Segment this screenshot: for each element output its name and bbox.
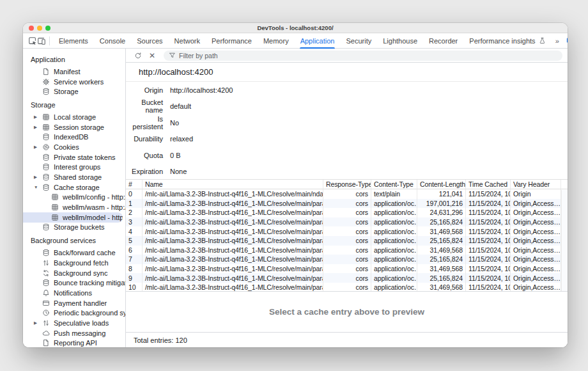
database-icon [42, 223, 50, 232]
tab-security[interactable]: Security [340, 33, 377, 49]
table-row[interactable]: 10/mlc-ai/Llama-3.2-3B-Instruct-q4f16_1-… [126, 283, 568, 291]
cell-content-type: text/plain [371, 189, 417, 199]
sidebar-item-push-messaging[interactable]: Push messaging [23, 328, 125, 338]
sidebar-item-shared-storage[interactable]: ▶Shared storage [23, 172, 125, 182]
cell-: 2 [126, 208, 143, 217]
tab-label: Console [100, 37, 125, 45]
tab-memory[interactable]: Memory [258, 33, 295, 49]
expander-collapsed-icon[interactable]: ▶ [34, 145, 42, 150]
statusbar: Total entries: 120 [126, 332, 568, 347]
clock-icon [42, 309, 50, 317]
sidebar-item-label: Storage [54, 88, 79, 95]
cell-: 9 [126, 273, 143, 283]
tab-label: Application [300, 37, 335, 45]
cell-content-length: 25,165,824 [417, 236, 466, 246]
table-row[interactable]: 6/mlc-ai/Llama-3.2-3B-Instruct-q4f16_1-M… [126, 246, 568, 255]
close-window-button[interactable] [29, 26, 34, 31]
table-row[interactable]: 5/mlc-ai/Llama-3.2-3B-Instruct-q4f16_1-M… [126, 236, 568, 246]
minimize-window-button[interactable] [37, 26, 42, 31]
sidebar-item-background-sync[interactable]: Background sync [23, 268, 125, 278]
tab-elements[interactable]: Elements [53, 33, 94, 49]
tab-lighthouse[interactable]: Lighthouse [377, 33, 423, 49]
sidebar-item-cookies[interactable]: ▶Cookies [23, 142, 125, 152]
sidebar-item-periodic-background-sync[interactable]: Periodic background sync [23, 308, 125, 318]
sidebar-item-label: Periodic background sync [54, 309, 125, 317]
table-row[interactable]: 1/mlc-ai/Llama-3.2-3B-Instruct-q4f16_1-M… [126, 199, 568, 209]
column-header-time-cached[interactable]: Time Cached [466, 180, 511, 189]
sidebar-item-webllm-model-http-loc[interactable]: webllm/model - http://loc… [23, 212, 123, 223]
zoom-window-button[interactable] [45, 26, 50, 31]
sidebar-item-private-state-tokens[interactable]: Private state tokens [23, 152, 125, 162]
tab-application[interactable]: Application [295, 33, 341, 49]
sidebar-item-speculative-loads[interactable]: ▶Speculative loads [23, 318, 125, 328]
sidebar-item-label: Background sync [54, 269, 107, 277]
expander-collapsed-icon[interactable]: ▶ [34, 114, 42, 120]
sidebar-item-storage[interactable]: Storage [23, 86, 125, 97]
table-row[interactable]: 8/mlc-ai/Llama-3.2-3B-Instruct-q4f16_1-M… [126, 264, 568, 274]
database-icon [42, 163, 50, 171]
sidebar-item-cache-storage[interactable]: ▼Cache storage [23, 182, 125, 193]
divider [49, 36, 50, 45]
sidebar-item-manifest[interactable]: Manifest [23, 67, 125, 77]
tab-console[interactable]: Console [94, 33, 131, 49]
sidebar-item-payment-handler[interactable]: Payment handler [23, 298, 125, 308]
tab-performance-insights[interactable]: Performance insights [463, 33, 551, 49]
cell-time-cached: 11/15/2024, 10… [466, 264, 511, 274]
titlebar[interactable]: DevTools - localhost:4200/ [23, 23, 568, 33]
inspect-icon[interactable] [28, 35, 37, 47]
expander-collapsed-icon[interactable]: ▶ [34, 320, 42, 326]
tab-recorder[interactable]: Recorder [423, 33, 463, 49]
sidebar-item-indexeddb[interactable]: IndexedDB [23, 132, 125, 142]
sidebar-section-title-storage: Storage [23, 97, 125, 112]
field-value: None [163, 168, 187, 175]
sidebar-item-storage-buckets[interactable]: Storage buckets [23, 223, 125, 233]
sidebar-item-back-forward-cache[interactable]: Back/forward cache [23, 248, 125, 258]
table-scrollbar[interactable] [561, 190, 568, 291]
cell-vary-header: Origin,Access… [511, 208, 561, 217]
cell-: 10 [126, 283, 143, 291]
sidebar-section-title-application: Application [23, 51, 125, 67]
column-header-name[interactable]: Name [143, 180, 323, 189]
table-row[interactable]: 4/mlc-ai/Llama-3.2-3B-Instruct-q4f16_1-M… [126, 226, 568, 236]
tab-performance[interactable]: Performance [206, 33, 258, 49]
sidebar-item-webllm-config-http-loc[interactable]: webllm/config - http://loc… [23, 193, 125, 203]
sidebar-item-notifications[interactable]: Notifications [23, 288, 125, 298]
sidebar-item-bounce-tracking-mitigations[interactable]: Bounce tracking mitigations [23, 278, 125, 288]
expander-collapsed-icon[interactable]: ▶ [34, 175, 42, 180]
tab-network[interactable]: Network [169, 33, 206, 49]
table-row[interactable]: 2/mlc-ai/Llama-3.2-3B-Instruct-q4f16_1-M… [126, 208, 568, 217]
refresh-icon[interactable] [132, 50, 144, 61]
table-row[interactable]: 7/mlc-ai/Llama-3.2-3B-Instruct-q4f16_1-M… [126, 255, 568, 264]
column-header-response-type[interactable]: Response-Type [323, 180, 371, 189]
sidebar-item-session-storage[interactable]: ▶Session storage [23, 122, 125, 132]
expander-collapsed-icon[interactable]: ▶ [34, 125, 42, 130]
filter-box[interactable] [164, 51, 562, 61]
sidebar-item-background-fetch[interactable]: Background fetch [23, 258, 125, 268]
cell-name: /mlc-ai/Llama-3.2-3B-Instruct-q4f16_1-ML… [143, 255, 323, 264]
cell-: 4 [126, 226, 143, 236]
cell-time-cached: 11/15/2024, 10… [466, 273, 511, 283]
sidebar-item-service-workers[interactable]: Service workers [23, 77, 125, 87]
sidebar-item-interest-groups[interactable]: Interest groups [23, 162, 125, 173]
device-toolbar-icon[interactable] [37, 35, 46, 47]
bell-icon [42, 288, 50, 297]
delete-selected-icon[interactable]: ✕ [146, 50, 158, 61]
sidebar-item-local-storage[interactable]: ▶Local storage [23, 112, 125, 122]
tab-sources[interactable]: Sources [131, 33, 168, 49]
sidebar-item-reporting-api[interactable]: Reporting API [23, 338, 125, 348]
cell-content-length: 31,469,568 [417, 226, 466, 236]
table-row[interactable]: 0/mlc-ai/Llama-3.2-3B-Instruct-q4f16_1-M… [126, 189, 568, 199]
issues-counter-button[interactable]: 3 [563, 37, 568, 45]
traffic-lights [29, 26, 50, 31]
column-header-content-length[interactable]: Content-Length [417, 180, 466, 189]
sidebar-item-webllm-wasm-http-loca[interactable]: webllm/wasm - http://loca… [23, 202, 125, 212]
column-header-content-type[interactable]: Content-Type [371, 180, 417, 189]
more-tabs-button[interactable]: » [552, 37, 563, 45]
filter-input[interactable] [179, 52, 557, 59]
sidebar-item-label: Notifications [54, 289, 92, 297]
column-header-vary-header[interactable]: Vary Header [511, 180, 561, 189]
column-header-[interactable]: # [126, 180, 143, 189]
table-row[interactable]: 9/mlc-ai/Llama-3.2-3B-Instruct-q4f16_1-M… [126, 273, 568, 283]
table-row[interactable]: 3/mlc-ai/Llama-3.2-3B-Instruct-q4f16_1-M… [126, 217, 568, 227]
expander-expanded-icon[interactable]: ▼ [34, 185, 42, 189]
